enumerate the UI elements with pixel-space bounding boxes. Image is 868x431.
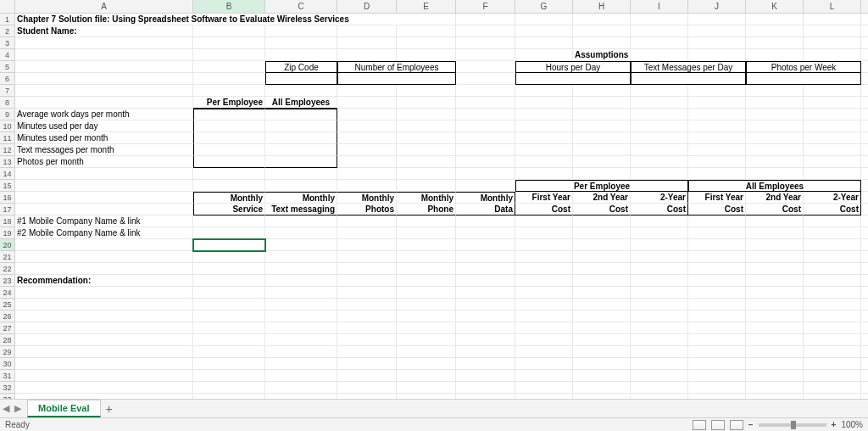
cell[interactable] (573, 144, 631, 156)
cell[interactable] (193, 156, 265, 168)
cell[interactable]: Monthly (193, 192, 265, 204)
cell[interactable] (746, 334, 804, 346)
cell[interactable] (193, 227, 265, 239)
cell[interactable] (15, 97, 193, 109)
cell[interactable] (456, 109, 515, 120)
cell[interactable] (631, 311, 688, 322)
cell[interactable] (265, 370, 337, 382)
cell[interactable] (861, 311, 868, 322)
cell[interactable] (861, 382, 868, 394)
cell[interactable] (746, 239, 804, 251)
cell[interactable]: 2-Year (631, 192, 688, 204)
cell[interactable]: Cost (804, 204, 861, 216)
row-header[interactable]: 14 (0, 168, 15, 180)
cell[interactable] (804, 109, 861, 120)
cell[interactable] (456, 73, 515, 85)
cell[interactable] (337, 37, 397, 49)
cell[interactable] (265, 251, 337, 263)
cell[interactable] (804, 168, 861, 180)
row-header[interactable]: 6 (0, 73, 15, 85)
cell[interactable] (15, 322, 193, 334)
cell[interactable] (337, 275, 397, 287)
cell[interactable] (337, 346, 397, 358)
row-header[interactable]: 25 (0, 299, 15, 311)
cell[interactable] (15, 334, 193, 346)
cell[interactable] (688, 37, 746, 49)
cell[interactable] (456, 275, 515, 287)
row-header[interactable]: 28 (0, 334, 15, 346)
cell[interactable]: Number of Employees (337, 61, 456, 73)
row-header[interactable]: 8 (0, 97, 15, 109)
cell[interactable] (573, 299, 631, 311)
cell[interactable] (397, 109, 456, 120)
cell[interactable]: Student Name: (15, 25, 193, 37)
cell[interactable] (573, 227, 631, 239)
cell[interactable] (688, 370, 746, 382)
cell[interactable] (265, 346, 337, 358)
cell[interactable] (397, 275, 456, 287)
col-header-D[interactable]: D (337, 0, 397, 14)
tab-prev-icon[interactable]: ◀ (0, 403, 12, 414)
cell[interactable] (15, 168, 193, 180)
cell[interactable] (193, 180, 265, 192)
row-header[interactable]: 18 (0, 216, 15, 227)
cell[interactable] (456, 132, 515, 144)
cell[interactable] (631, 263, 688, 275)
cell[interactable] (746, 275, 804, 287)
cell[interactable] (515, 14, 573, 25)
cell[interactable] (861, 263, 868, 275)
cell[interactable] (861, 120, 868, 132)
col-header-M[interactable]: M (861, 0, 868, 14)
cell[interactable] (397, 216, 456, 227)
cell[interactable] (688, 216, 746, 227)
cell[interactable] (804, 144, 861, 156)
cell[interactable] (456, 346, 515, 358)
cell[interactable] (688, 132, 746, 144)
view-pagebreak-icon[interactable] (730, 420, 743, 430)
cell[interactable]: Monthly (337, 192, 397, 204)
col-header-L[interactable]: L (804, 0, 861, 14)
cell[interactable] (515, 156, 573, 168)
cell[interactable] (631, 334, 688, 346)
cell[interactable] (515, 73, 631, 85)
cell[interactable] (573, 132, 631, 144)
zoom-out-button[interactable]: − (748, 420, 754, 429)
cell[interactable] (337, 263, 397, 275)
cell[interactable]: Service (193, 204, 265, 216)
cell[interactable]: Cost (746, 204, 804, 216)
cell[interactable] (746, 346, 804, 358)
cell[interactable] (397, 85, 456, 97)
cell[interactable] (265, 37, 337, 49)
cell[interactable] (688, 109, 746, 120)
cell[interactable] (631, 251, 688, 263)
cell[interactable]: #2 Mobile Company Name & link (15, 227, 193, 239)
cell[interactable] (397, 322, 456, 334)
cell[interactable] (515, 370, 573, 382)
cell[interactable] (746, 287, 804, 299)
cell[interactable] (456, 311, 515, 322)
cell[interactable] (746, 73, 861, 85)
cell[interactable] (688, 311, 746, 322)
cell[interactable] (861, 73, 868, 85)
cell[interactable] (456, 156, 515, 168)
active-cell[interactable] (193, 239, 265, 251)
cell[interactable] (573, 322, 631, 334)
cell[interactable] (631, 358, 688, 370)
row-header[interactable]: 19 (0, 227, 15, 239)
cell[interactable] (746, 370, 804, 382)
cell[interactable] (397, 227, 456, 239)
row-header[interactable]: 16 (0, 192, 15, 204)
cell[interactable] (631, 109, 688, 120)
cell[interactable] (397, 97, 456, 109)
cell[interactable] (193, 251, 265, 263)
cell[interactable] (265, 275, 337, 287)
col-header-I[interactable]: I (631, 0, 688, 14)
cell[interactable] (193, 37, 265, 49)
cell[interactable]: Chapter 7 Solution file: Using Spreadshe… (15, 14, 456, 25)
cell[interactable] (456, 180, 515, 192)
row-header[interactable]: 30 (0, 358, 15, 370)
cell[interactable] (861, 299, 868, 311)
cell[interactable] (397, 370, 456, 382)
cell[interactable] (573, 25, 631, 37)
cell[interactable] (456, 358, 515, 370)
